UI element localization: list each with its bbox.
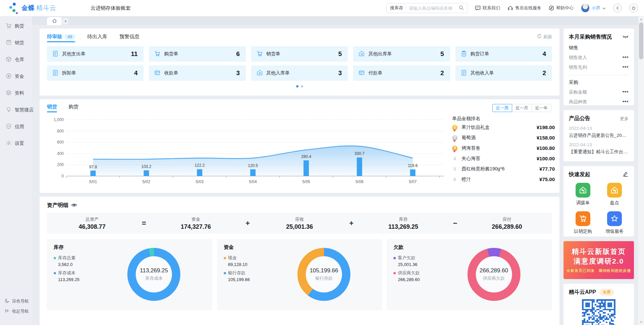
ranking-item-amount: ¥158.00 — [537, 135, 555, 141]
avatar[interactable] — [581, 4, 590, 12]
todo-tab-待审核[interactable]: 待审核49 — [47, 34, 75, 42]
todo-card-其他入库单[interactable]: 其他入库单3 — [251, 65, 348, 81]
todo-card-收款单[interactable]: 收款单3 — [149, 65, 246, 81]
sidebar-item-资料[interactable]: 资料 — [0, 85, 32, 102]
svg-text:5/01: 5/01 — [89, 179, 97, 184]
announcement-link[interactable]: 【重要通知】精斗云工作台域... — [569, 149, 629, 155]
header-link-帮助中心[interactable]: 帮助中心 — [549, 5, 574, 11]
survey-banner[interactable]: 精斗云新版首页 满意度调研2.0 全新首页已到来 期待收到您的反馈 — [564, 241, 634, 279]
divider — [406, 6, 406, 10]
todo-tab-预警信息[interactable]: 预警信息 — [119, 34, 140, 42]
sidebar-item-资金[interactable]: 资金 — [0, 68, 32, 85]
legend-label: 供应商欠款 — [398, 270, 420, 276]
sidebar-item-销货[interactable]: 销货 — [0, 35, 32, 51]
todo-card-label: 收款单 — [164, 70, 178, 76]
sales-trend-chart: 02004006008001,00097.8103.2122.2120.5280… — [47, 114, 448, 186]
brand-logo[interactable]: 金蝶 精斗云 — [0, 2, 91, 14]
todo-card-其他支出单[interactable]: 其他支出单11 — [47, 46, 144, 62]
header-link-联系我们[interactable]: 联系我们 — [475, 5, 500, 11]
quick-action-调拨单[interactable]: 调拨单 — [569, 183, 597, 206]
todo-card-label: 购货订单 — [471, 51, 489, 57]
donut-chart-库存: 113,269.25库存成本 — [127, 248, 180, 301]
edit-icon[interactable] — [623, 171, 629, 178]
todo-card-其他收入单[interactable]: 其他收入单2 — [455, 65, 552, 81]
quick-action-增值服务[interactable]: 增值服务 — [600, 211, 629, 234]
todo-card-label: 其他入库单 — [266, 70, 290, 76]
logout-button[interactable] — [629, 4, 638, 12]
todo-card-拆卸单[interactable]: 拆卸单4 — [47, 65, 144, 81]
sidebar-item-信用[interactable]: 信用 — [0, 118, 32, 135]
sidebar-item-仓库[interactable]: 仓库 — [0, 51, 32, 68]
product-announcements-card: 产品公告 更多 2022-04-13云进销存产品更新公告_20220...202… — [564, 110, 634, 161]
settings-icon — [6, 140, 12, 147]
sidebar-item-设置[interactable]: 设置 — [0, 135, 32, 152]
sidebar-item-购货[interactable]: 购货 — [0, 18, 32, 35]
todo-tab-待出入库[interactable]: 待出入库 — [87, 34, 107, 42]
sidebar-item-智慧微店[interactable]: 智慧微店 — [0, 102, 32, 118]
equation-operator: + — [241, 219, 254, 228]
todo-card-销货单[interactable]: 销货单5 — [251, 46, 348, 62]
app-download-card: 精斗云APP 免费 — [564, 284, 634, 325]
pagination-dot-2[interactable] — [301, 85, 303, 88]
eye-off-icon[interactable] — [623, 35, 629, 40]
app-qr-code — [582, 299, 615, 325]
data-icon — [6, 90, 12, 97]
announcement-link[interactable]: 云进销存产品更新公告_20220... — [569, 132, 629, 139]
legend-dot — [393, 257, 396, 259]
period-button-近一年[interactable]: 近一年 — [532, 104, 552, 112]
sidebar-footer-label: 深色导航 — [12, 299, 29, 304]
todo-card-label: 拆卸单 — [62, 70, 76, 76]
todo-card-其他出库单[interactable]: 其他出库单5 — [353, 46, 450, 62]
todo-card-付款单[interactable]: 付款单2 — [353, 65, 450, 81]
scroll-up-arrow[interactable]: ▲ — [638, 18, 644, 21]
equation-item-库存: 库存113,269.25 — [358, 216, 448, 230]
trend-tab-销货[interactable]: 销货 — [47, 104, 57, 112]
ranking-row: 3烤海苔卷¥100.80 — [452, 143, 555, 153]
inbound-icon — [256, 69, 263, 77]
tab-dropdown-button[interactable]: ▼ — [63, 18, 68, 24]
search-icon[interactable] — [459, 5, 464, 11]
legend-dot — [54, 257, 56, 259]
equation-value: 266,289.60 — [462, 223, 552, 230]
eye-icon[interactable] — [71, 203, 77, 208]
scrollbar-thumb[interactable] — [639, 22, 643, 59]
more-link[interactable]: 更多 — [620, 116, 629, 122]
trend-tab-购货[interactable]: 购货 — [68, 104, 78, 112]
period-button-近一月[interactable]: 近一月 — [512, 104, 532, 112]
chat-icon — [475, 5, 481, 11]
todo-card-count: 4 — [134, 69, 138, 77]
purchase-cart-icon — [154, 50, 161, 58]
back-button[interactable] — [613, 4, 622, 12]
sidebar-footer-深色导航[interactable]: 深色导航 — [0, 296, 32, 306]
expense-doc-icon — [52, 50, 59, 58]
quick-action-label: 盘点 — [610, 200, 619, 206]
search-input[interactable] — [409, 6, 459, 11]
ranking-row: 1果汁饮品礼盒¥198.00 — [452, 122, 555, 132]
home-tab[interactable] — [47, 17, 62, 25]
sidebar-footer-收起导航[interactable]: 收起导航 — [0, 306, 32, 316]
search-scope-label[interactable]: 搜库存 — [390, 5, 403, 11]
todo-card-购货订单[interactable]: 购货订单4 — [455, 46, 552, 62]
ranking-title: 单品金额排名 — [452, 116, 555, 122]
todo-card-label: 其他支出单 — [62, 51, 86, 57]
svg-text:97.8: 97.8 — [89, 165, 97, 169]
header-link-售后在线服务[interactable]: 售后在线服务 — [507, 5, 541, 11]
scroll-down-arrow[interactable]: ▼ — [638, 321, 644, 324]
user-menu[interactable]: 小乔 — [581, 4, 606, 12]
pagination-dot-1[interactable] — [296, 85, 299, 88]
medal-bronze-icon: 3 — [452, 146, 458, 151]
todo-card-label: 付款单 — [368, 70, 382, 76]
page-scrollbar[interactable]: ▲ ▼ — [638, 16, 644, 325]
todo-card-购货单[interactable]: 购货单6 — [149, 46, 246, 62]
todo-tab-badge: 49 — [64, 34, 75, 40]
svg-text:5/03: 5/03 — [196, 179, 204, 184]
quick-action-以销定购[interactable]: 以销定购 — [569, 211, 597, 234]
refresh-button[interactable]: 刷新 — [537, 34, 552, 42]
ranking-item-name: 西红柿意粉酱190g*6 — [462, 166, 537, 172]
inventory-search[interactable]: 搜库存 — [386, 3, 468, 13]
quick-action-盘点[interactable]: 盘点 — [600, 183, 629, 206]
refresh-icon — [537, 34, 542, 40]
legend-dot — [393, 272, 396, 274]
period-button-近一周[interactable]: 近一周 — [492, 104, 513, 112]
rank-number: 5 — [452, 166, 458, 172]
